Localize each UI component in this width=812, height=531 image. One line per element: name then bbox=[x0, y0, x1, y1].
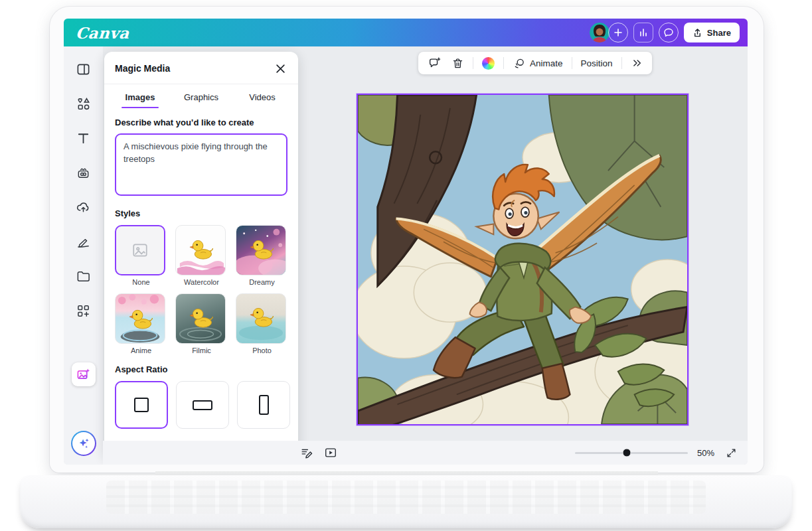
duration-button[interactable] bbox=[323, 445, 338, 460]
position-button[interactable]: Position bbox=[577, 54, 617, 72]
sidebar-item-apps[interactable] bbox=[70, 297, 97, 324]
aspect-ratio-options bbox=[115, 381, 287, 429]
toolbar-divider bbox=[572, 57, 572, 69]
notes-button[interactable] bbox=[299, 445, 314, 460]
generated-pixie-image bbox=[358, 95, 687, 424]
sidebar-item-projects[interactable] bbox=[70, 263, 97, 289]
close-icon bbox=[276, 64, 285, 74]
text-icon bbox=[76, 131, 91, 146]
square-ratio-icon bbox=[134, 398, 149, 412]
canvas-page-selected[interactable] bbox=[357, 94, 689, 425]
bar-chart-icon bbox=[638, 27, 649, 38]
trash-icon bbox=[451, 57, 464, 70]
canva-assistant-button[interactable] bbox=[71, 431, 96, 456]
upload-arrow-icon bbox=[692, 28, 702, 38]
comments-button[interactable] bbox=[659, 23, 679, 42]
chevron-double-right-icon bbox=[631, 57, 643, 69]
elements-shapes-icon bbox=[76, 96, 91, 112]
sidebar-item-uploads[interactable] bbox=[70, 194, 97, 220]
tab-videos[interactable]: Videos bbox=[232, 86, 293, 108]
design-icon bbox=[76, 62, 91, 77]
cloud-upload-icon bbox=[76, 200, 91, 215]
close-panel-button[interactable] bbox=[273, 61, 287, 76]
styles-label: Styles bbox=[115, 208, 287, 218]
magic-media-app-button[interactable] bbox=[72, 362, 96, 386]
draw-pen-icon bbox=[76, 234, 91, 250]
aspect-portrait-option[interactable] bbox=[237, 381, 290, 429]
prompt-label: Describe what you’d like to create bbox=[115, 117, 287, 127]
share-label: Share bbox=[707, 28, 731, 38]
zoom-slider[interactable] bbox=[575, 448, 688, 457]
apps-grid-plus-icon bbox=[76, 303, 91, 319]
play-frame-icon bbox=[324, 446, 337, 459]
style-anime[interactable]: Anime bbox=[115, 293, 167, 354]
zoom-slider-track[interactable] bbox=[575, 452, 688, 454]
portrait-ratio-icon bbox=[259, 395, 269, 415]
toolbar-divider bbox=[621, 57, 622, 69]
comment-add-icon bbox=[428, 56, 441, 70]
aspect-square-option[interactable] bbox=[115, 381, 168, 429]
color-picker-button[interactable] bbox=[478, 54, 499, 72]
style-filmic[interactable]: Filmic bbox=[175, 293, 228, 354]
sidebar-item-text[interactable] bbox=[70, 125, 97, 151]
laptop-keyboard-deck bbox=[20, 475, 792, 528]
media-type-tabs: Images Graphics Videos bbox=[104, 84, 298, 108]
tab-images[interactable]: Images bbox=[110, 86, 171, 108]
landscape-ratio-icon bbox=[193, 400, 212, 410]
sidebar-item-elements[interactable] bbox=[70, 90, 97, 117]
animate-label: Animate bbox=[530, 58, 563, 68]
share-button[interactable]: Share bbox=[684, 23, 740, 42]
position-label: Position bbox=[581, 58, 613, 68]
tab-graphics[interactable]: Graphics bbox=[171, 86, 232, 108]
aspect-ratio-label: Aspect Ratio bbox=[115, 364, 287, 374]
fullscreen-button[interactable] bbox=[724, 445, 738, 460]
plus-icon bbox=[613, 28, 623, 37]
sidebar-item-draw[interactable] bbox=[70, 228, 97, 255]
magic-media-panel: Magic Media Images Graphics Videos bbox=[104, 52, 298, 458]
aspect-landscape-option[interactable] bbox=[176, 381, 229, 429]
animate-motion-icon bbox=[513, 57, 525, 70]
status-bar: 50% bbox=[103, 441, 748, 465]
style-photo[interactable]: Photo bbox=[236, 293, 288, 354]
context-toolbar: Animate Position bbox=[418, 52, 652, 74]
comment-button[interactable] bbox=[424, 54, 445, 72]
left-sidebar bbox=[64, 46, 103, 465]
animate-button[interactable]: Animate bbox=[509, 54, 567, 72]
styles-grid: None Watercolor bbox=[115, 225, 287, 354]
toolbar-divider bbox=[503, 57, 504, 69]
zoom-slider-thumb[interactable] bbox=[623, 449, 631, 457]
more-options-button[interactable] bbox=[627, 54, 647, 72]
notes-pencil-icon bbox=[300, 446, 313, 459]
image-placeholder-icon bbox=[131, 242, 149, 259]
delete-button[interactable] bbox=[447, 54, 468, 72]
style-none[interactable]: None bbox=[115, 225, 167, 286]
brand-icon bbox=[76, 165, 91, 181]
magic-media-icon bbox=[76, 368, 90, 382]
app-window: Canva bbox=[64, 19, 748, 465]
laptop-keyboard bbox=[106, 481, 706, 514]
color-wheel-icon bbox=[482, 57, 495, 70]
folder-icon bbox=[76, 269, 91, 284]
insights-button[interactable] bbox=[633, 23, 653, 42]
panel-title: Magic Media bbox=[115, 63, 170, 74]
expand-arrows-icon bbox=[726, 447, 737, 459]
style-watercolor[interactable]: Watercolor bbox=[175, 225, 228, 286]
speech-bubble-icon bbox=[663, 27, 674, 38]
sparkles-icon bbox=[76, 436, 91, 451]
style-dreamy[interactable]: Dreamy bbox=[236, 225, 288, 286]
editor-area: Animate Position bbox=[103, 46, 748, 465]
add-member-button[interactable] bbox=[608, 23, 628, 42]
top-navbar: Canva bbox=[64, 19, 748, 46]
sidebar-item-design[interactable] bbox=[70, 56, 97, 82]
toolbar-divider bbox=[473, 57, 473, 69]
canva-logo: Canva bbox=[75, 24, 130, 42]
user-avatar[interactable] bbox=[590, 23, 609, 42]
zoom-level[interactable]: 50% bbox=[697, 448, 714, 458]
sidebar-item-brand[interactable] bbox=[70, 159, 97, 186]
avatar-image bbox=[590, 23, 609, 42]
prompt-input[interactable]: A mischievous pixie flying through the t… bbox=[115, 133, 287, 196]
